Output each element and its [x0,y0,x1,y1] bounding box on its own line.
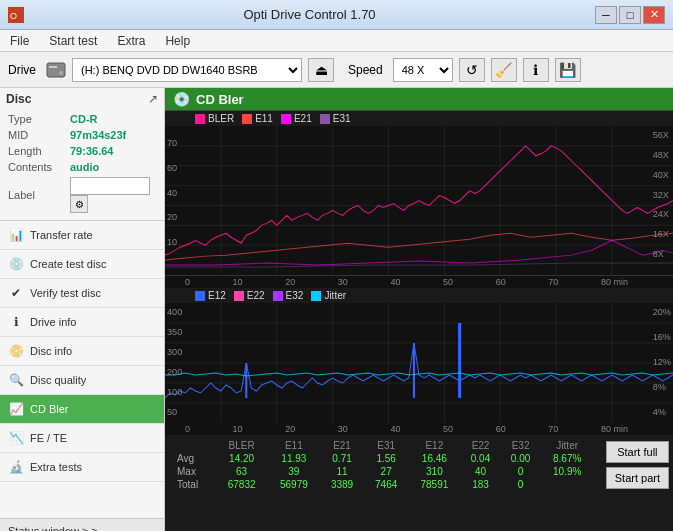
cd-bler-icon: 📈 [8,401,24,417]
cd-bler-header-icon: 💿 [173,91,190,107]
chart-header: 💿 CD Bler [165,88,673,111]
sidebar-item-drive-info[interactable]: ℹ Drive info [0,308,164,337]
disc-label-button[interactable]: ⚙ [70,195,88,213]
stats-header-e32: E32 [501,439,541,452]
stats-header-bler: BLER [215,439,267,452]
sidebar-item-extra-tests[interactable]: 🔬 Extra tests [0,453,164,482]
menu-start-test[interactable]: Start test [43,32,103,50]
stats-header-e11: E11 [268,439,320,452]
bx-label-30: 30 [338,424,348,434]
svg-text:16X: 16X [653,229,669,239]
refresh-button[interactable]: ↺ [459,58,485,82]
max-e22: 40 [460,465,500,478]
x-label-70: 70 [548,277,558,287]
cd-bler-header-title: CD Bler [196,92,244,107]
svg-text:40: 40 [167,188,177,198]
x-label-20: 20 [285,277,295,287]
max-e21: 11 [320,465,364,478]
menu-file[interactable]: File [4,32,35,50]
svg-text:70: 70 [167,138,177,148]
avg-label: Avg [173,452,215,465]
bler-color [195,114,205,124]
sidebar-item-cd-bler[interactable]: 📈 CD Bler [0,395,164,424]
minimize-button[interactable]: ─ [595,6,617,24]
menubar: File Start test Extra Help [0,30,673,52]
total-jitter [541,478,594,491]
verify-test-disc-icon: ✔ [8,285,24,301]
info-button[interactable]: ℹ [523,58,549,82]
bottom-chart-svg: 400 350 300 200 100 50 20% 16% 12% 8% 4% [165,303,673,423]
stats-header-e22: E22 [460,439,500,452]
e21-color [281,114,291,124]
x-label-40: 40 [390,277,400,287]
x-label-60: 60 [496,277,506,287]
speed-label: Speed [348,63,383,77]
save-button[interactable]: 💾 [555,58,581,82]
stats-header-empty [173,439,215,452]
sidebar-item-transfer-rate[interactable]: 📊 Transfer rate [0,221,164,250]
x-label-30: 30 [338,277,348,287]
drive-select[interactable]: (H:) BENQ DVD DD DW1640 BSRB [72,58,302,82]
clean-button[interactable]: 🧹 [491,58,517,82]
max-e12: 310 [408,465,460,478]
disc-label-input[interactable] [70,177,150,195]
sidebar-item-disc-info[interactable]: 📀 Disc info [0,337,164,366]
max-bler: 63 [215,465,267,478]
svg-text:12%: 12% [653,357,671,367]
svg-text:20%: 20% [653,307,671,317]
drive-label: Drive [8,63,36,77]
main-content: Disc ↗ Type CD-R MID 97m34s23f Length 79… [0,88,673,531]
eject-button[interactable]: ⏏ [308,58,334,82]
close-button[interactable]: ✕ [643,6,665,24]
svg-text:50: 50 [167,407,177,417]
total-bler: 67832 [215,478,267,491]
svg-text:32X: 32X [653,190,669,200]
avg-e12: 16.46 [408,452,460,465]
mid-label: MID [8,128,68,142]
sidebar-item-disc-quality[interactable]: 🔍 Disc quality [0,366,164,395]
sidebar-item-verify-test-disc[interactable]: ✔ Verify test disc [0,279,164,308]
start-part-button[interactable]: Start part [606,467,669,489]
stats-total-row: Total 67832 56979 3389 7464 78591 183 0 [173,478,594,491]
svg-text:350: 350 [167,327,182,337]
sidebar-item-label-verify-test-disc: Verify test disc [30,287,101,299]
sidebar-item-create-test-disc[interactable]: 💿 Create test disc [0,250,164,279]
legend-e11-label: E11 [255,113,273,124]
stats-row: BLER E11 E21 E31 E12 E22 E32 Jitter Avg [165,435,673,495]
length-label: Length [8,144,68,158]
e22-color [234,291,244,301]
bx-label-20: 20 [285,424,295,434]
svg-text:48X: 48X [653,150,669,160]
legend-e21-label: E21 [294,113,312,124]
sidebar-item-label-disc-quality: Disc quality [30,374,86,386]
disc-arrow-icon[interactable]: ↗ [148,92,158,106]
svg-text:400: 400 [167,307,182,317]
bottom-chart-x-axis: 0 10 20 30 40 50 60 70 80 min [165,423,673,435]
legend-e32-label: E32 [286,290,304,301]
disc-section-title: Disc [6,92,31,106]
legend-jitter: Jitter [311,290,346,301]
toolbar: Drive (H:) BENQ DVD DD DW1640 BSRB ⏏ Spe… [0,52,673,88]
total-e31: 7464 [364,478,408,491]
menu-help[interactable]: Help [159,32,196,50]
maximize-button[interactable]: □ [619,6,641,24]
svg-text:56X: 56X [653,130,669,140]
menu-extra[interactable]: Extra [111,32,151,50]
stats-header-e12: E12 [408,439,460,452]
stats-area: BLER E11 E21 E31 E12 E22 E32 Jitter Avg [165,435,602,495]
legend-e22: E22 [234,290,265,301]
left-panel: Disc ↗ Type CD-R MID 97m34s23f Length 79… [0,88,165,531]
top-chart-legend: BLER E11 E21 E31 [165,111,673,126]
x-label-0: 0 [185,277,190,287]
legend-e32: E32 [273,290,304,301]
start-full-button[interactable]: Start full [606,441,669,463]
sidebar-item-fe-te[interactable]: 📉 FE / TE [0,424,164,453]
speed-select[interactable]: 48 X [393,58,453,82]
x-label-10: 10 [233,277,243,287]
legend-e12-label: E12 [208,290,226,301]
bx-label-70: 70 [548,424,558,434]
disc-quality-icon: 🔍 [8,372,24,388]
max-e31: 27 [364,465,408,478]
status-window-button[interactable]: Status window > > [0,518,164,531]
type-value: CD-R [70,112,156,126]
